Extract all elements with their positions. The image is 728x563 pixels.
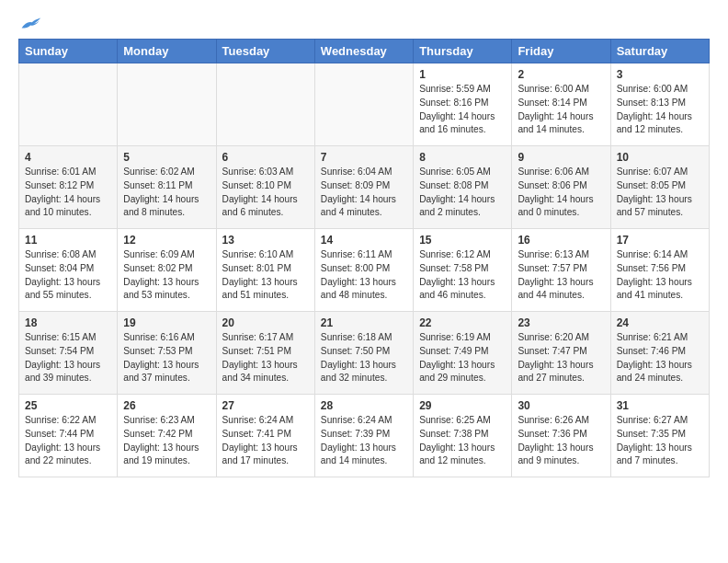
calendar-day-29: 29Sunrise: 6:25 AM Sunset: 7:38 PM Dayli… [414,395,512,477]
day-number: 23 [518,316,604,329]
calendar-day-19: 19Sunrise: 6:16 AM Sunset: 7:53 PM Dayli… [118,312,216,395]
day-info: Sunrise: 6:04 AM Sunset: 8:09 PM Dayligh… [321,166,407,220]
calendar-header: SundayMondayTuesdayWednesdayThursdayFrid… [19,40,710,63]
calendar-day-17: 17Sunrise: 6:14 AM Sunset: 7:56 PM Dayli… [610,229,709,312]
empty-cell [314,63,413,146]
day-info: Sunrise: 6:24 AM Sunset: 7:41 PM Dayligh… [222,414,309,468]
day-info: Sunrise: 6:23 AM Sunset: 7:42 PM Dayligh… [123,414,210,468]
calendar-day-18: 18Sunrise: 6:15 AM Sunset: 7:54 PM Dayli… [19,312,118,395]
day-number: 22 [419,316,506,329]
day-info: Sunrise: 6:03 AM Sunset: 8:10 PM Dayligh… [222,166,309,220]
calendar-day-10: 10Sunrise: 6:07 AM Sunset: 8:05 PM Dayli… [610,146,709,229]
calendar-day-21: 21Sunrise: 6:18 AM Sunset: 7:50 PM Dayli… [314,312,413,395]
calendar-day-30: 30Sunrise: 6:26 AM Sunset: 7:36 PM Dayli… [512,395,610,477]
day-info: Sunrise: 6:21 AM Sunset: 7:46 PM Dayligh… [617,331,703,385]
calendar-day-5: 5Sunrise: 6:02 AM Sunset: 8:11 PM Daylig… [118,146,216,229]
calendar-day-22: 22Sunrise: 6:19 AM Sunset: 7:49 PM Dayli… [414,312,512,395]
calendar-day-7: 7Sunrise: 6:04 AM Sunset: 8:09 PM Daylig… [314,146,413,229]
day-info: Sunrise: 6:02 AM Sunset: 8:11 PM Dayligh… [123,166,210,220]
weekday-header-sunday: Sunday [19,40,118,63]
day-number: 30 [518,399,604,412]
calendar-day-23: 23Sunrise: 6:20 AM Sunset: 7:47 PM Dayli… [512,312,610,395]
day-info: Sunrise: 6:06 AM Sunset: 8:06 PM Dayligh… [518,166,604,220]
empty-cell [216,63,314,146]
day-info: Sunrise: 6:12 AM Sunset: 7:58 PM Dayligh… [419,248,506,303]
calendar-day-9: 9Sunrise: 6:06 AM Sunset: 8:06 PM Daylig… [512,146,610,229]
calendar-day-6: 6Sunrise: 6:03 AM Sunset: 8:10 PM Daylig… [216,146,314,229]
calendar-day-11: 11Sunrise: 6:08 AM Sunset: 8:04 PM Dayli… [19,229,118,312]
day-number: 14 [321,234,407,247]
day-number: 13 [222,234,309,247]
calendar-week-2: 4Sunrise: 6:01 AM Sunset: 8:12 PM Daylig… [19,146,710,229]
day-number: 26 [123,399,210,412]
day-number: 19 [123,316,210,329]
weekday-header-wednesday: Wednesday [314,40,413,63]
calendar-week-4: 18Sunrise: 6:15 AM Sunset: 7:54 PM Dayli… [19,312,710,395]
logo [18,15,42,31]
day-number: 24 [617,316,703,329]
logo-bird-icon [20,15,42,31]
day-info: Sunrise: 6:26 AM Sunset: 7:36 PM Dayligh… [518,414,604,468]
calendar-week-3: 11Sunrise: 6:08 AM Sunset: 8:04 PM Dayli… [19,229,710,312]
weekday-header-thursday: Thursday [414,40,512,63]
calendar-day-2: 2Sunrise: 6:00 AM Sunset: 8:14 PM Daylig… [512,63,610,146]
calendar-day-25: 25Sunrise: 6:22 AM Sunset: 7:44 PM Dayli… [19,395,118,477]
day-number: 27 [222,399,309,412]
calendar-day-26: 26Sunrise: 6:23 AM Sunset: 7:42 PM Dayli… [118,395,216,477]
day-number: 11 [25,234,111,247]
day-number: 15 [419,234,506,247]
day-number: 25 [25,399,111,412]
page-header [18,15,710,31]
empty-cell [19,63,118,146]
weekday-header-monday: Monday [118,40,216,63]
calendar-day-8: 8Sunrise: 6:05 AM Sunset: 8:08 PM Daylig… [414,146,512,229]
calendar-table: SundayMondayTuesdayWednesdayThursdayFrid… [18,39,710,477]
calendar-day-1: 1Sunrise: 5:59 AM Sunset: 8:16 PM Daylig… [414,63,512,146]
day-info: Sunrise: 6:11 AM Sunset: 8:00 PM Dayligh… [321,248,407,303]
day-info: Sunrise: 6:22 AM Sunset: 7:44 PM Dayligh… [25,414,111,468]
calendar-week-1: 1Sunrise: 5:59 AM Sunset: 8:16 PM Daylig… [19,63,710,146]
day-number: 7 [321,151,407,164]
day-info: Sunrise: 6:00 AM Sunset: 8:14 PM Dayligh… [518,83,604,137]
empty-cell [118,63,216,146]
calendar-body: 1Sunrise: 5:59 AM Sunset: 8:16 PM Daylig… [19,63,710,477]
weekday-header-row: SundayMondayTuesdayWednesdayThursdayFrid… [19,40,710,63]
day-number: 18 [25,316,111,329]
day-number: 20 [222,316,309,329]
calendar-day-27: 27Sunrise: 6:24 AM Sunset: 7:41 PM Dayli… [216,395,314,477]
day-number: 6 [222,151,309,164]
calendar-day-20: 20Sunrise: 6:17 AM Sunset: 7:51 PM Dayli… [216,312,314,395]
calendar-day-14: 14Sunrise: 6:11 AM Sunset: 8:00 PM Dayli… [314,229,413,312]
day-number: 5 [123,151,210,164]
calendar-day-16: 16Sunrise: 6:13 AM Sunset: 7:57 PM Dayli… [512,229,610,312]
day-number: 29 [419,399,506,412]
day-number: 8 [419,151,506,164]
day-info: Sunrise: 6:24 AM Sunset: 7:39 PM Dayligh… [321,414,407,468]
day-info: Sunrise: 6:00 AM Sunset: 8:13 PM Dayligh… [617,83,703,137]
weekday-header-friday: Friday [512,40,610,63]
calendar-day-4: 4Sunrise: 6:01 AM Sunset: 8:12 PM Daylig… [19,146,118,229]
day-number: 21 [321,316,407,329]
day-number: 28 [321,399,407,412]
weekday-header-tuesday: Tuesday [216,40,314,63]
day-info: Sunrise: 6:27 AM Sunset: 7:35 PM Dayligh… [617,414,703,468]
day-info: Sunrise: 6:18 AM Sunset: 7:50 PM Dayligh… [321,331,407,385]
day-number: 1 [419,68,506,81]
calendar-day-24: 24Sunrise: 6:21 AM Sunset: 7:46 PM Dayli… [610,312,709,395]
day-info: Sunrise: 6:19 AM Sunset: 7:49 PM Dayligh… [419,331,506,385]
day-info: Sunrise: 6:14 AM Sunset: 7:56 PM Dayligh… [617,248,703,303]
day-info: Sunrise: 6:05 AM Sunset: 8:08 PM Dayligh… [419,166,506,220]
calendar-day-31: 31Sunrise: 6:27 AM Sunset: 7:35 PM Dayli… [610,395,709,477]
day-info: Sunrise: 6:16 AM Sunset: 7:53 PM Dayligh… [123,331,210,385]
calendar-day-12: 12Sunrise: 6:09 AM Sunset: 8:02 PM Dayli… [118,229,216,312]
weekday-header-saturday: Saturday [610,40,709,63]
day-info: Sunrise: 6:17 AM Sunset: 7:51 PM Dayligh… [222,331,309,385]
day-info: Sunrise: 6:15 AM Sunset: 7:54 PM Dayligh… [25,331,111,385]
calendar-week-5: 25Sunrise: 6:22 AM Sunset: 7:44 PM Dayli… [19,395,710,477]
day-info: Sunrise: 5:59 AM Sunset: 8:16 PM Dayligh… [419,83,506,137]
day-number: 17 [617,234,703,247]
day-info: Sunrise: 6:13 AM Sunset: 7:57 PM Dayligh… [518,248,604,303]
day-number: 31 [617,399,703,412]
day-info: Sunrise: 6:08 AM Sunset: 8:04 PM Dayligh… [25,248,111,303]
day-info: Sunrise: 6:09 AM Sunset: 8:02 PM Dayligh… [123,248,210,303]
